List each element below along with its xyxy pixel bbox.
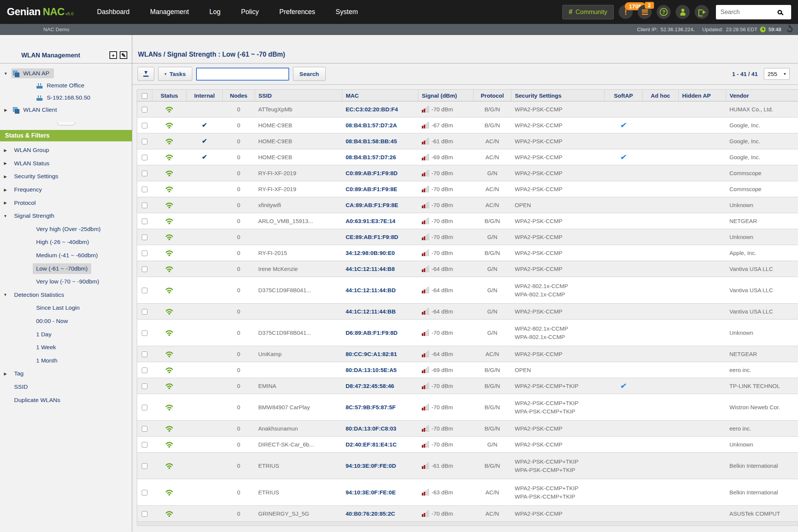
row-checkbox[interactable]: [142, 218, 147, 224]
table-row[interactable]: ✔ 0 HOME-C9EB 08:B4:B1:57:D7:2A: [137, 117, 798, 133]
mac-link[interactable]: C0:89:AB:F1:F9:8D: [346, 170, 398, 176]
row-checkbox[interactable]: [142, 187, 147, 192]
app-logo[interactable]: Genian NAC v5.0: [7, 6, 73, 18]
header-security[interactable]: Security Settings: [511, 90, 605, 101]
main-menu-item[interactable]: Dashboard: [97, 8, 130, 16]
table-row[interactable]: ✔ 0 ETRIUS 94:10:3E:0F:FE:0D: [137, 453, 798, 479]
header-status[interactable]: Status: [152, 90, 187, 101]
header-hiddenap[interactable]: Hidden AP: [679, 90, 726, 101]
help-button[interactable]: ?: [657, 5, 671, 19]
table-row[interactable]: ✔ 0 RY-FI-2015 34:12:98:0B:90:E0: [137, 245, 798, 261]
row-checkbox[interactable]: [142, 139, 147, 144]
main-menu-item[interactable]: System: [336, 8, 358, 16]
header-vendor[interactable]: Vendor: [726, 90, 798, 101]
header-nodes[interactable]: Nodes: [223, 90, 255, 101]
mac-link[interactable]: 40:B0:76:20:85:2C: [346, 510, 395, 517]
filter-item[interactable]: SSID: [0, 380, 132, 394]
table-row[interactable]: ✔ 0 xfinitywifi CA:89:AB:F1:F9:8E: [137, 197, 798, 213]
filter-item[interactable]: Since Last Login: [0, 301, 132, 315]
row-checkbox[interactable]: [142, 405, 147, 410]
table-row[interactable]: ✔ 0 Irene McKenzie 44:1C:12:11:44:B8: [137, 261, 798, 277]
table-row[interactable]: ✔ 0 EMINA D8:47:32:45:58:46: [137, 378, 798, 394]
table-row[interactable]: ✔ 0 RY-FI-XF-2019 C0:89:AB:F1:F9:8D: [137, 165, 798, 181]
mac-link[interactable]: A0:63:91:E3:7E:14: [346, 218, 396, 224]
mac-link[interactable]: D6:89:AB:F1:F9:8D: [346, 329, 398, 336]
mac-link[interactable]: 34:12:98:0B:90:E0: [346, 250, 395, 256]
filter-item[interactable]: Very low (-70 ~ -90dbm): [0, 275, 132, 288]
row-checkbox[interactable]: [142, 203, 147, 208]
header-softap[interactable]: SoftAP: [605, 90, 643, 101]
filter-item[interactable]: ▼ Signal Strength: [0, 209, 132, 223]
table-row[interactable]: ✔ 0 44:1C:12:11:44:BB: [137, 304, 798, 320]
header-adhoc[interactable]: Ad hoc: [643, 90, 679, 101]
tree-item[interactable]: Remote Office: [0, 79, 132, 92]
row-checkbox[interactable]: [142, 442, 147, 448]
mac-link[interactable]: 08:B4:B1:57:D7:2A: [346, 122, 397, 128]
main-menu-item[interactable]: Preferences: [279, 8, 315, 16]
mac-link[interactable]: 44:1C:12:11:44:BB: [346, 308, 396, 315]
filter-item[interactable]: 00:00 - Now: [0, 315, 132, 328]
mac-link[interactable]: 08:B4:B1:58:BB:45: [346, 138, 397, 144]
filter-item[interactable]: High (-26 ~ -40dbm): [0, 236, 132, 249]
table-row[interactable]: ✔ 0 ATTeugXpMb EC:C3:02:20:BD:F4: [137, 101, 798, 117]
row-checkbox[interactable]: [142, 309, 147, 315]
main-menu-item[interactable]: Management: [150, 8, 189, 16]
mac-link[interactable]: 80:DA:13:10:5E:A5: [346, 367, 397, 373]
row-checkbox[interactable]: [142, 288, 147, 293]
table-row[interactable]: ✔ 0 D375C1D9F8B041... D6:89:AB:F1:F9:8D: [137, 320, 798, 346]
filter-item[interactable]: Medium (-41 ~ -60dbm): [0, 249, 132, 262]
alerts-button[interactable]: ! 1705: [619, 5, 633, 19]
main-menu-item[interactable]: Policy: [241, 8, 259, 16]
header-ssid[interactable]: SSID: [255, 90, 342, 101]
filter-caret-icon[interactable]: ▶: [0, 161, 11, 165]
filter-item[interactable]: ▶ Security Settings: [0, 170, 132, 183]
table-row[interactable]: ✔ 0 CE:89:AB:F1:F9:8D: [137, 229, 798, 245]
table-row[interactable]: ✔ 0 HOME-C9EB 08:B4:B1:58:BB:45: [137, 133, 798, 149]
filter-item[interactable]: ▶ Frequency: [0, 183, 132, 196]
table-row[interactable]: ✔ 0 UniKamp 80:CC:9C:A1:82:81: [137, 346, 798, 362]
edit-button[interactable]: ✎: [120, 51, 127, 59]
header-protocol[interactable]: Protocol: [473, 90, 511, 101]
refresh-icon[interactable]: [786, 25, 794, 33]
row-checkbox[interactable]: [142, 383, 147, 389]
mac-link[interactable]: D2:40:EF:81:E4:1C: [346, 441, 397, 448]
row-checkbox[interactable]: [142, 266, 147, 272]
page-size-select[interactable]: 255 ▾: [764, 68, 790, 80]
filter-caret-icon[interactable]: ▼: [0, 293, 11, 297]
table-row[interactable]: ✔ 0 DIRECT-SK-Car_6b... D2:40:EF:81:E4:1…: [137, 437, 798, 453]
table-row[interactable]: ✔ 0 80:DA:13:10:5E:A5: [137, 362, 798, 378]
table-row[interactable]: ✔ 0 ARLO_VMB_15913... A0:63:91:E3:7E:14: [137, 213, 798, 229]
row-checkbox[interactable]: [142, 352, 147, 357]
tree-item[interactable]: ▶ WLAN Client: [0, 104, 132, 116]
row-checkbox[interactable]: [142, 107, 147, 112]
filter-caret-icon[interactable]: ▶: [0, 188, 11, 192]
header-internal[interactable]: Internal: [187, 90, 223, 101]
mac-link[interactable]: EC:C3:02:20:BD:F4: [346, 106, 398, 112]
row-checkbox[interactable]: [142, 330, 147, 336]
filter-item[interactable]: Very high (Over -25dbm): [0, 223, 132, 236]
mac-link[interactable]: 08:B4:B1:57:D7:26: [346, 154, 396, 160]
tree-caret-icon[interactable]: ▶: [0, 108, 11, 112]
filter-item[interactable]: Low (-61 ~ -70dbm): [0, 262, 132, 275]
filter-item[interactable]: 1 Week: [0, 341, 132, 354]
table-row[interactable]: ✔ 0 HOME-C9EB 08:B4:B1:57:D7:26: [137, 149, 798, 165]
row-checkbox[interactable]: [142, 426, 147, 432]
export-button[interactable]: [138, 67, 154, 81]
row-checkbox[interactable]: [142, 123, 147, 128]
filter-caret-icon[interactable]: ▶: [0, 174, 11, 179]
search-icon[interactable]: [777, 10, 782, 14]
filter-item[interactable]: 1 Month: [0, 354, 132, 367]
row-checkbox[interactable]: [142, 171, 147, 176]
filter-caret-icon[interactable]: ▶: [0, 148, 11, 152]
table-row[interactable]: ✔ 0 D375C1D9F8B041... 44:1C:12:11:44:BD: [137, 277, 798, 304]
tree-item[interactable]: ▼ WLAN AP: [0, 67, 132, 79]
header-mac[interactable]: MAC: [342, 90, 418, 101]
mac-link[interactable]: CE:89:AB:F1:F9:8D: [346, 234, 398, 240]
mac-link[interactable]: 44:1C:12:11:44:BD: [346, 287, 396, 293]
tree-item[interactable]: S-192.168.50.50: [0, 92, 132, 104]
filter-item[interactable]: Duplicate WLANs: [0, 393, 132, 407]
filter-item[interactable]: ▶ WLAN Status: [0, 157, 132, 170]
row-checkbox[interactable]: [142, 490, 147, 496]
task-list-button[interactable]: 2: [638, 5, 652, 19]
add-button[interactable]: +: [109, 51, 117, 59]
